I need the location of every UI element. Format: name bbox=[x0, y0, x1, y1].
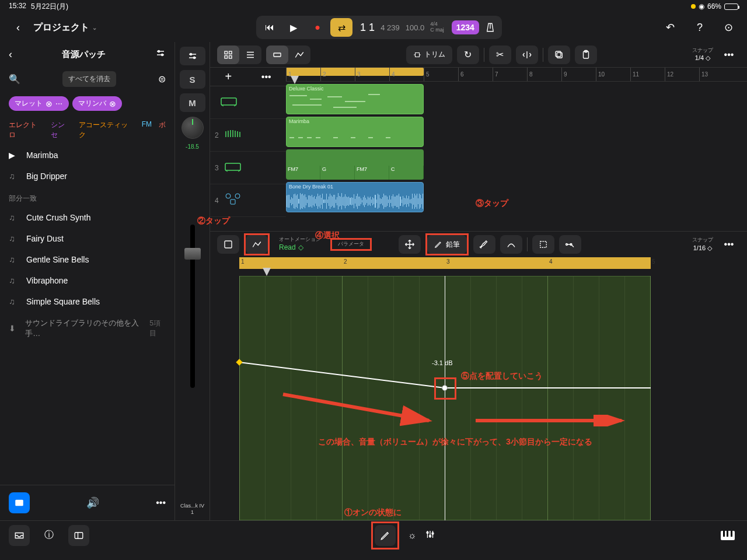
mute-button[interactable]: M bbox=[180, 93, 205, 112]
rewind-button[interactable]: ⏮ bbox=[259, 18, 281, 37]
svg-line-25 bbox=[283, 394, 429, 421]
metronome-icon[interactable] bbox=[481, 18, 500, 37]
svg-rect-8 bbox=[229, 55, 232, 58]
track-header[interactable] bbox=[210, 86, 286, 119]
more-button[interactable]: ⊙ bbox=[720, 18, 738, 37]
library-settings-icon[interactable] bbox=[155, 48, 166, 61]
playhead[interactable] bbox=[291, 76, 299, 84]
move-tool[interactable] bbox=[399, 235, 421, 254]
brush-tool[interactable] bbox=[473, 235, 495, 254]
piano-button[interactable] bbox=[717, 525, 738, 546]
svg-rect-9 bbox=[274, 53, 281, 57]
cat-electro[interactable]: エレクトロ bbox=[9, 120, 44, 140]
line-tool[interactable] bbox=[559, 235, 581, 254]
editor-playhead[interactable] bbox=[263, 268, 271, 276]
brightness-icon[interactable]: ☼ bbox=[408, 530, 417, 541]
filter-icon[interactable]: ⊜ bbox=[158, 74, 166, 85]
pan-knob[interactable] bbox=[181, 117, 204, 139]
split-button[interactable] bbox=[516, 46, 538, 64]
cat-more[interactable]: ボ bbox=[159, 120, 166, 140]
library-button[interactable] bbox=[9, 492, 30, 513]
info-button[interactable]: ⓘ bbox=[39, 525, 60, 546]
svg-rect-11 bbox=[556, 51, 561, 57]
list-view-button[interactable] bbox=[239, 46, 261, 64]
region-button[interactable] bbox=[266, 46, 288, 64]
svg-rect-14 bbox=[221, 98, 236, 105]
battery-pct: 66% bbox=[707, 2, 721, 10]
battery-icon bbox=[724, 4, 738, 10]
channel-settings[interactable] bbox=[180, 47, 205, 65]
clear-all-button[interactable]: すべてを消去 bbox=[62, 71, 116, 87]
project-menu[interactable]: プロジェクト⌄ bbox=[33, 22, 97, 34]
volume-fader[interactable] bbox=[190, 155, 195, 498]
region-marimba[interactable]: Marimba bbox=[286, 117, 424, 147]
volume-icon[interactable]: 🔊 bbox=[41, 496, 144, 509]
patch-item[interactable]: ♫Cute Crush Synth bbox=[0, 207, 174, 228]
grid-view-button[interactable] bbox=[217, 46, 239, 64]
region-drums[interactable]: Bone Dry Break 01 bbox=[286, 182, 424, 212]
svg-rect-33 bbox=[727, 531, 728, 537]
copy-button[interactable] bbox=[548, 46, 570, 64]
get-more-sounds[interactable]: ⬇サウンドライブラリのその他を入手…5項目 bbox=[0, 312, 174, 345]
patch-item[interactable]: ♫Gentle Sine Bells bbox=[0, 249, 174, 270]
tag-close-icon[interactable]: ⊗ bbox=[46, 99, 53, 108]
track-menu[interactable]: ••• bbox=[261, 72, 271, 82]
curve-tool[interactable] bbox=[500, 235, 522, 254]
toolbar-more[interactable]: ••• bbox=[718, 46, 740, 64]
cycle-button[interactable]: ⇄ bbox=[330, 18, 352, 37]
select-checkbox[interactable] bbox=[217, 235, 239, 254]
track-header[interactable]: 3 bbox=[210, 152, 286, 184]
play-button[interactable]: ▶ bbox=[282, 18, 305, 37]
scissors-button[interactable]: ✂ bbox=[489, 46, 511, 64]
cat-acoustic[interactable]: アコースティック bbox=[79, 120, 135, 140]
undo-button[interactable]: ↶ bbox=[661, 18, 680, 37]
loop-button[interactable]: ↻ bbox=[457, 46, 479, 64]
editor-more[interactable]: ••• bbox=[718, 235, 740, 254]
beat-display[interactable]: 1234 bbox=[452, 20, 479, 34]
pencil-tool[interactable]: 鉛筆 bbox=[427, 235, 467, 254]
add-track-button[interactable]: + bbox=[225, 70, 232, 83]
marquee-tool[interactable] bbox=[532, 235, 554, 254]
parameter-select[interactable]: パラメータ bbox=[333, 241, 369, 248]
pencil-mode-button[interactable] bbox=[375, 525, 396, 546]
help-button[interactable]: ? bbox=[690, 18, 709, 37]
snap-setting[interactable]: スナップ1/4 ◇ bbox=[692, 47, 713, 62]
search-icon[interactable]: 🔍 bbox=[9, 74, 20, 85]
patch-item[interactable]: ♫Simple Square Bells bbox=[0, 291, 174, 312]
automation-button[interactable] bbox=[288, 46, 310, 64]
record-button[interactable]: ● bbox=[306, 18, 329, 37]
patch-item[interactable]: ♫Fairy Dust bbox=[0, 228, 174, 249]
track-header[interactable]: 4 bbox=[210, 184, 286, 217]
ruler[interactable]: 12345678910111213 bbox=[286, 68, 747, 82]
patch-item[interactable]: ♫Big Dripper bbox=[0, 166, 174, 187]
note-icon: ♫ bbox=[9, 172, 19, 181]
editor-snap[interactable]: スナップ1/16 ◇ bbox=[692, 237, 713, 252]
svg-rect-19 bbox=[225, 241, 232, 248]
automation-toggle[interactable] bbox=[246, 235, 268, 254]
mixer-icon[interactable] bbox=[425, 529, 435, 542]
cat-synth[interactable]: シンセ bbox=[51, 120, 72, 140]
lcd-display[interactable]: 1 1 4 239 100.0 4/4C maj bbox=[354, 22, 450, 34]
annotation-desc: この場合、音量（ボリューム）が徐々に下がって、3小節目から一定になる bbox=[274, 437, 636, 447]
editor-ruler[interactable]: 12345 bbox=[239, 257, 747, 269]
patch-item[interactable]: ▶Marimba bbox=[0, 145, 174, 166]
track-header[interactable]: 2 bbox=[210, 119, 286, 152]
tag-close-icon[interactable]: ⊗ bbox=[109, 99, 116, 108]
inbox-button[interactable] bbox=[9, 525, 30, 546]
panels-button[interactable] bbox=[68, 525, 89, 546]
library-back-button[interactable]: ‹ bbox=[9, 48, 12, 61]
solo-button[interactable]: S bbox=[180, 70, 205, 89]
note-icon: ♫ bbox=[9, 213, 19, 222]
tag-marimba[interactable]: マリンバ⊗ bbox=[72, 96, 122, 111]
paste-button[interactable] bbox=[575, 46, 597, 64]
trim-button[interactable]: トリム bbox=[406, 46, 452, 64]
svg-rect-2 bbox=[15, 500, 23, 506]
back-button[interactable]: ‹ bbox=[9, 18, 27, 37]
region-chords[interactable]: FM7 G FM7 C bbox=[286, 149, 424, 180]
region-deluxe[interactable]: Deluxe Classic bbox=[286, 84, 424, 114]
play-icon: ▶ bbox=[9, 150, 19, 160]
more-options-icon[interactable]: ••• bbox=[156, 498, 166, 508]
cat-fm[interactable]: FM bbox=[142, 120, 152, 140]
tag-mallet[interactable]: マレット⊗⋯ bbox=[9, 96, 69, 111]
patch-item[interactable]: ♫Vibraphone bbox=[0, 270, 174, 291]
